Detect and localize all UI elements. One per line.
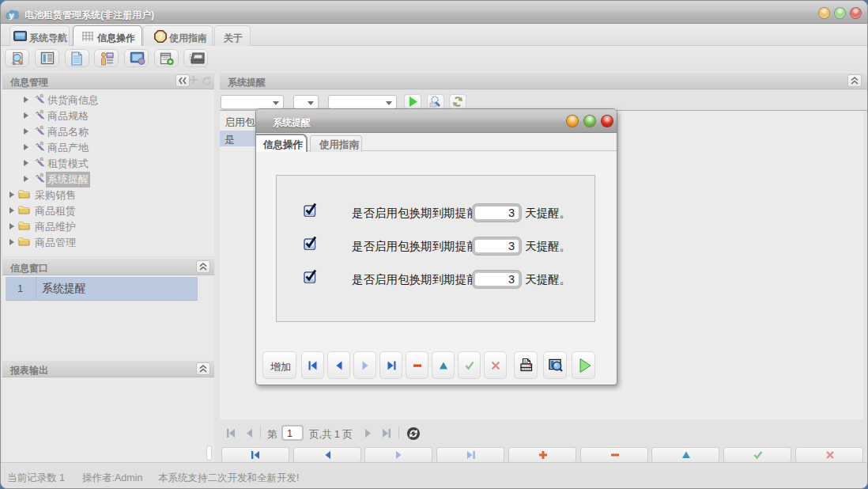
svg-text:y: y — [9, 10, 14, 20]
svg-text:?: ? — [157, 32, 163, 41]
